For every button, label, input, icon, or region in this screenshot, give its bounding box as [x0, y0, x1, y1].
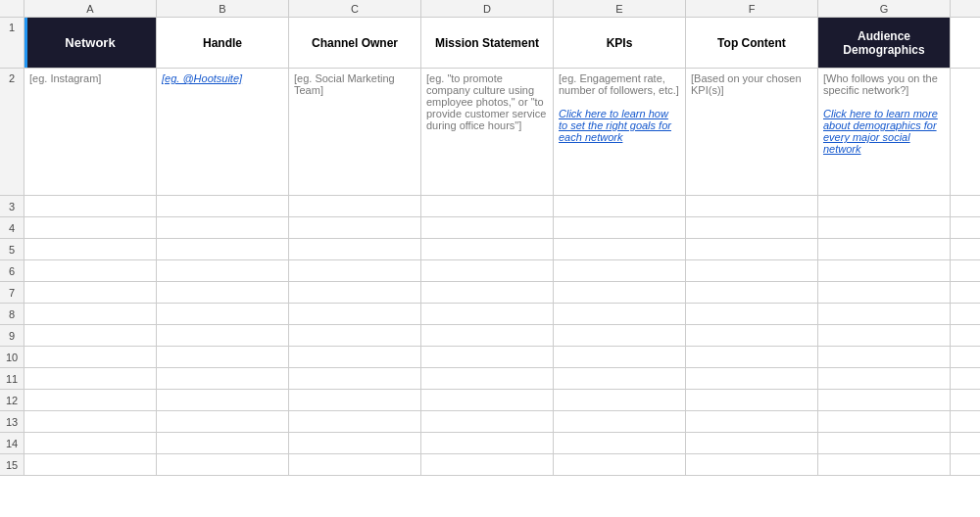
cell-9c[interactable]: [289, 325, 421, 347]
cell-12c[interactable]: [289, 390, 421, 411]
cell-12e[interactable]: [554, 390, 686, 411]
cell-10f[interactable]: [686, 347, 818, 368]
cell-9f[interactable]: [686, 325, 818, 347]
cell-15b[interactable]: [157, 454, 289, 476]
cell-12a[interactable]: [24, 390, 157, 411]
cell-6g[interactable]: [818, 260, 951, 282]
cell-11h[interactable]: [951, 368, 980, 390]
cell-13b[interactable]: [157, 411, 289, 433]
cell-3f[interactable]: [686, 196, 818, 217]
cell-3e[interactable]: [554, 196, 686, 217]
cell-10e[interactable]: [554, 347, 686, 368]
cell-10a[interactable]: [24, 347, 157, 368]
handle-cell-2[interactable]: [eg. @Hootsuite]: [157, 69, 289, 196]
audience-demographics-cell-2[interactable]: [Who follows you on the specific network…: [818, 69, 951, 196]
top-content-cell-2[interactable]: [Based on your chosen KPI(s)]: [686, 69, 818, 196]
cell-14h[interactable]: [951, 433, 980, 454]
cell-5h[interactable]: [951, 239, 980, 260]
cell-3h[interactable]: [951, 196, 980, 217]
cell-13f[interactable]: [686, 411, 818, 433]
cell-7a[interactable]: [24, 282, 157, 304]
cell-8a[interactable]: [24, 304, 157, 325]
cell-8h[interactable]: [951, 304, 980, 325]
cell-8e[interactable]: [554, 304, 686, 325]
network-cell-2[interactable]: [eg. Instagram]: [24, 69, 157, 196]
cell-15f[interactable]: [686, 454, 818, 476]
cell-4b[interactable]: [157, 217, 289, 239]
cell-12d[interactable]: [421, 390, 554, 411]
cell-6h[interactable]: [951, 260, 980, 282]
cell-9d[interactable]: [421, 325, 554, 347]
cell-10d[interactable]: [421, 347, 554, 368]
cell-10c[interactable]: [289, 347, 421, 368]
cell-10g[interactable]: [818, 347, 951, 368]
cell-9h[interactable]: [951, 325, 980, 347]
cell-7f[interactable]: [686, 282, 818, 304]
cell-3d[interactable]: [421, 196, 554, 217]
cell-14g[interactable]: [818, 433, 951, 454]
cell-11f[interactable]: [686, 368, 818, 390]
cell-9e[interactable]: [554, 325, 686, 347]
cell-12h[interactable]: [951, 390, 980, 411]
cell-9a[interactable]: [24, 325, 157, 347]
cell-6a[interactable]: [24, 260, 157, 282]
cell-11g[interactable]: [818, 368, 951, 390]
cell-6b[interactable]: [157, 260, 289, 282]
cell-3c[interactable]: [289, 196, 421, 217]
cell-6d[interactable]: [421, 260, 554, 282]
cell-7h[interactable]: [951, 282, 980, 304]
cell-13c[interactable]: [289, 411, 421, 433]
cell-4d[interactable]: [421, 217, 554, 239]
cell-8d[interactable]: [421, 304, 554, 325]
cell-15c[interactable]: [289, 454, 421, 476]
cell-5e[interactable]: [554, 239, 686, 260]
cell-7c[interactable]: [289, 282, 421, 304]
cell-14a[interactable]: [24, 433, 157, 454]
cell-5c[interactable]: [289, 239, 421, 260]
cell-3g[interactable]: [818, 196, 951, 217]
cell-8c[interactable]: [289, 304, 421, 325]
cell-8b[interactable]: [157, 304, 289, 325]
cell-15g[interactable]: [818, 454, 951, 476]
cell-7b[interactable]: [157, 282, 289, 304]
cell-11e[interactable]: [554, 368, 686, 390]
cell-4a[interactable]: [24, 217, 157, 239]
cell-12g[interactable]: [818, 390, 951, 411]
cell-9g[interactable]: [818, 325, 951, 347]
cell-4f[interactable]: [686, 217, 818, 239]
cell-8g[interactable]: [818, 304, 951, 325]
handle-link-2[interactable]: [eg. @Hootsuite]: [162, 72, 242, 84]
cell-5d[interactable]: [421, 239, 554, 260]
cell-14b[interactable]: [157, 433, 289, 454]
notes-cell-2[interactable]: [951, 69, 980, 196]
cell-4e[interactable]: [554, 217, 686, 239]
kpis-link-2[interactable]: Click here to learn how to set the right…: [559, 108, 671, 143]
cell-15a[interactable]: [24, 454, 157, 476]
cell-4c[interactable]: [289, 217, 421, 239]
cell-14f[interactable]: [686, 433, 818, 454]
cell-4h[interactable]: [951, 217, 980, 239]
cell-15d[interactable]: [421, 454, 554, 476]
cell-7e[interactable]: [554, 282, 686, 304]
cell-12b[interactable]: [157, 390, 289, 411]
cell-5f[interactable]: [686, 239, 818, 260]
cell-15h[interactable]: [951, 454, 980, 476]
cell-15e[interactable]: [554, 454, 686, 476]
cell-10h[interactable]: [951, 347, 980, 368]
cell-11d[interactable]: [421, 368, 554, 390]
cell-13g[interactable]: [818, 411, 951, 433]
audience-link-2[interactable]: Click here to learn more about demograph…: [823, 108, 938, 155]
cell-11b[interactable]: [157, 368, 289, 390]
cell-13d[interactable]: [421, 411, 554, 433]
cell-12f[interactable]: [686, 390, 818, 411]
cell-13a[interactable]: [24, 411, 157, 433]
cell-5b[interactable]: [157, 239, 289, 260]
cell-14c[interactable]: [289, 433, 421, 454]
cell-11a[interactable]: [24, 368, 157, 390]
cell-5a[interactable]: [24, 239, 157, 260]
cell-13e[interactable]: [554, 411, 686, 433]
cell-11c[interactable]: [289, 368, 421, 390]
cell-3a[interactable]: [24, 196, 157, 217]
cell-6c[interactable]: [289, 260, 421, 282]
cell-14e[interactable]: [554, 433, 686, 454]
